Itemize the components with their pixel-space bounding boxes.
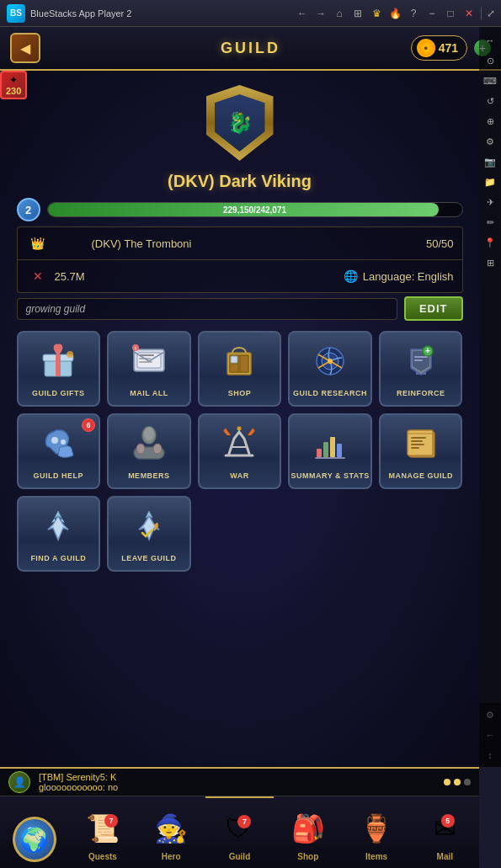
members-button[interactable]: MEMBERS xyxy=(107,413,191,489)
reinforce-button[interactable]: + REINFORCE xyxy=(379,331,463,407)
members-icon xyxy=(109,415,189,471)
close-btn[interactable]: ✕ xyxy=(462,7,476,20)
svg-rect-8 xyxy=(139,361,152,363)
guild-gifts-icon xyxy=(19,333,99,389)
right-sidebar: ↔ ⊙ ⌨ ↺ ⊕ ⚙ 📷 📁 ✈ ✏ 📍 ⊞ xyxy=(479,27,501,767)
manage-guild-button[interactable]: MANAGE GUILD xyxy=(379,413,463,489)
help-btn[interactable]: ? xyxy=(407,7,420,20)
game-header: ◀ GUILD ● 471 + xyxy=(0,27,501,71)
quests-badge: 7 xyxy=(104,814,118,828)
notification-strip[interactable]: 👤 [TBM] Serenity5: K glooooooooooo: no xyxy=(0,769,479,796)
game-area: 🐉 (DKV) Dark Viking 2 229,150/242,071 👑 … xyxy=(0,71,479,767)
sidebar-icon-1[interactable]: ↔ xyxy=(482,32,498,49)
war-icon xyxy=(200,415,280,471)
title-bar: BS BlueStacks App Player 2 ← → ⌂ ⊞ ♛ 🔥 ?… xyxy=(0,0,501,27)
svg-point-27 xyxy=(144,427,154,440)
guild-gifts-button[interactable]: GUILD GIFTS xyxy=(17,331,101,407)
leave-guild-button[interactable]: LEAVE GUILD xyxy=(107,496,191,572)
world-globe-icon: 🌍 xyxy=(13,817,56,862)
rank-icon: ✦ xyxy=(9,74,18,86)
nav-bar: 🌍 📜 7 Quests 🧙 Hero 🛡 7 xyxy=(0,796,479,868)
guild-header: 🐉 (DKV) Dark Viking xyxy=(168,71,312,191)
crown-btn[interactable]: ♛ xyxy=(370,7,383,20)
edit-button[interactable]: EDIT xyxy=(404,296,463,321)
nav-item-items[interactable]: 🏺 Items xyxy=(342,796,410,868)
members-label: MEMBERS xyxy=(128,471,170,481)
guild-help-button[interactable]: 6 GUILD HELP xyxy=(17,413,101,489)
guild-leader-name: (DKV) The Tromboni xyxy=(92,237,426,250)
guild-name: (DKV) Dark Viking xyxy=(168,172,312,191)
nav-item-shop[interactable]: 🎒 Shop xyxy=(274,796,342,868)
guild-help-label: GUILD HELP xyxy=(34,471,84,481)
svg-rect-22 xyxy=(414,356,428,358)
nav-item-quests[interactable]: 📜 7 Quests xyxy=(68,796,136,868)
svg-rect-35 xyxy=(315,457,345,459)
notif-avatar: 👤 xyxy=(8,771,30,793)
leave-guild-label: LEAVE GUILD xyxy=(121,554,176,563)
hero-icon-wrap: 🧙 xyxy=(149,807,193,850)
sidebar-icon-2[interactable]: ⊙ xyxy=(482,52,498,69)
notif-message: glooooooooooo: no xyxy=(39,782,118,792)
guild-research-button[interactable]: GUILD RESEARCH xyxy=(288,331,372,407)
sidebar-icon-8[interactable]: 📁 xyxy=(482,173,498,190)
notification-text: [TBM] Serenity5: K glooooooooooo: no xyxy=(39,772,435,792)
sidebar-icon-6[interactable]: ⚙ xyxy=(482,133,498,150)
mail-all-icon: ! xyxy=(109,333,189,389)
guild-power: 25.7M xyxy=(55,270,339,283)
war-label: WAR xyxy=(230,471,249,481)
guild-info-rows: 👑 ✦ 230 (DKV) The Tromboni 50/50 ✕ 25.7M… xyxy=(17,226,463,293)
coin-icon: ● xyxy=(417,39,435,57)
notif-user: [TBM] Serenity5: K xyxy=(39,772,116,782)
home-btn[interactable]: ⌂ xyxy=(333,7,346,20)
sidebar-icon-4[interactable]: ↺ xyxy=(482,93,498,109)
sidebar-icon-11[interactable]: 📍 xyxy=(482,234,498,251)
sidebar-icon-3[interactable]: ⌨ xyxy=(482,72,498,89)
fire-btn[interactable]: 🔥 xyxy=(388,7,402,20)
nav-item-mail[interactable]: ✉ 5 Mail xyxy=(411,796,479,868)
sidebar-icon-12[interactable]: ⊞ xyxy=(482,254,498,271)
guild-research-label: GUILD RESEARCH xyxy=(293,389,367,398)
find-a-guild-button[interactable]: FIND A GUILD xyxy=(17,496,101,572)
war-button[interactable]: WAR xyxy=(198,413,282,489)
sidebar-icon-10[interactable]: ✏ xyxy=(482,214,498,231)
sidebar-icon-5[interactable]: ⊕ xyxy=(482,113,498,130)
mail-badge: 5 xyxy=(441,814,455,828)
shop-button[interactable]: SHOP xyxy=(198,331,282,407)
title-bar-controls[interactable]: ← → ⌂ ⊞ ♛ 🔥 ? − □ ✕ ⤢ xyxy=(296,7,494,20)
minimize-btn[interactable]: − xyxy=(425,7,439,20)
notif-dot-3 xyxy=(464,779,471,785)
back-button[interactable]: ◀ xyxy=(10,33,40,63)
svg-rect-38 xyxy=(411,444,424,445)
svg-text:!: ! xyxy=(135,346,136,351)
buttons-row-2: 6 GUILD HELP xyxy=(17,413,463,489)
swords-icon: ✕ xyxy=(26,264,50,288)
emblem-dragon-icon: 🐉 xyxy=(227,111,253,135)
summary-stats-button[interactable]: SUMMARY & STATS xyxy=(288,413,372,489)
nav-item-guild[interactable]: 🛡 7 Guild xyxy=(205,796,274,868)
mail-all-button[interactable]: ! MAIL ALL xyxy=(107,331,191,407)
svg-rect-2 xyxy=(56,354,61,376)
apps-btn[interactable]: ⊞ xyxy=(351,7,365,20)
back-nav-btn[interactable]: ← xyxy=(296,7,309,20)
guild-leader-row: 👑 ✦ 230 (DKV) The Tromboni 50/50 xyxy=(17,226,463,259)
nav-item-world[interactable]: 🌍 xyxy=(0,796,68,868)
reinforce-label: REINFORCE xyxy=(397,389,445,398)
sidebar-icon-7[interactable]: 📷 xyxy=(482,153,498,170)
nav-item-hero[interactable]: 🧙 Hero xyxy=(137,796,205,868)
guild-gifts-label: GUILD GIFTS xyxy=(32,389,85,398)
shop-nav-icon-wrap: 🎒 xyxy=(286,807,330,850)
leave-guild-icon xyxy=(109,498,189,554)
svg-rect-39 xyxy=(411,447,419,449)
forward-nav-btn[interactable]: → xyxy=(314,7,328,20)
summary-stats-label: SUMMARY & STATS xyxy=(291,471,370,481)
summary-stats-icon xyxy=(290,415,370,471)
stretch-btn[interactable]: ⤢ xyxy=(481,7,494,20)
find-a-guild-label: FIND A GUILD xyxy=(30,554,86,563)
quests-icon-wrap: 📜 7 xyxy=(81,807,125,850)
notif-dot-1 xyxy=(444,779,450,785)
restore-btn[interactable]: □ xyxy=(444,7,457,20)
sidebar-icon-9[interactable]: ✈ xyxy=(482,194,498,210)
svg-rect-36 xyxy=(411,437,426,439)
mail-label: Mail xyxy=(437,852,453,861)
notif-dot-2 xyxy=(454,779,461,785)
